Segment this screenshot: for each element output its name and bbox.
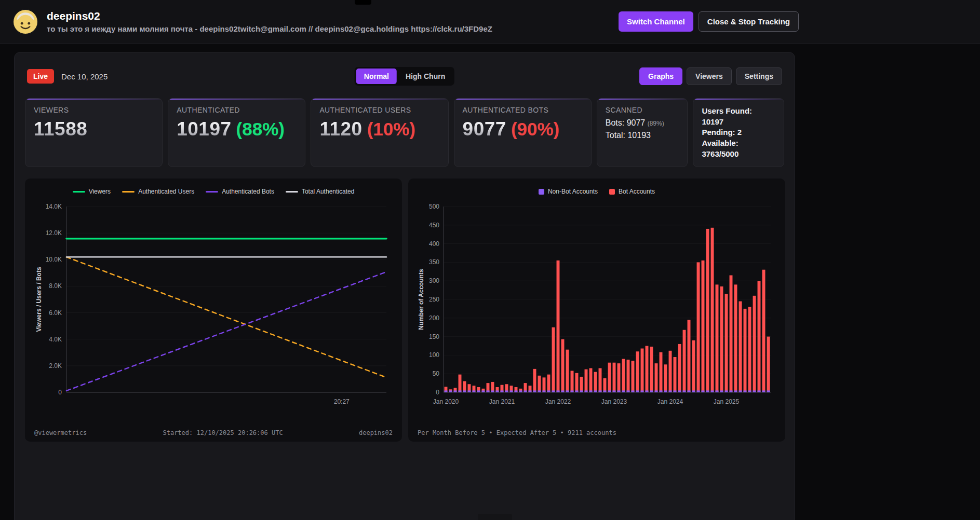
switch-channel-button[interactable]: Switch Channel bbox=[619, 11, 693, 32]
legend-swatch-icon bbox=[609, 189, 615, 195]
footer-watermark: @viewermetrics bbox=[34, 429, 87, 436]
bottom-notch bbox=[478, 514, 512, 520]
svg-text:14.0K: 14.0K bbox=[46, 203, 62, 210]
line-chart-footer: @viewermetrics Started: 12/10/2025 20:26… bbox=[33, 427, 394, 436]
svg-text:Jan 2025: Jan 2025 bbox=[714, 398, 740, 405]
channel-title: deepins02 bbox=[47, 10, 492, 22]
svg-text:Number of Accounts: Number of Accounts bbox=[418, 269, 425, 330]
svg-text:50: 50 bbox=[433, 371, 440, 378]
svg-text:300: 300 bbox=[429, 278, 439, 285]
top-notch bbox=[355, 0, 371, 5]
legend-item[interactable]: Viewers bbox=[73, 188, 111, 195]
stat-value: 9077 (90%) bbox=[463, 118, 583, 140]
live-badge: Live bbox=[27, 69, 54, 84]
legend-label: Authenticated Bots bbox=[222, 188, 274, 195]
auth-bots-count: 9077 bbox=[463, 118, 506, 140]
stat-value: 10197 (88%) bbox=[177, 118, 297, 140]
svg-text:20:27: 20:27 bbox=[334, 398, 350, 405]
bar-chart-legend: Non-Bot AccountsBot Accounts bbox=[417, 185, 777, 196]
authenticated-percent: (88%) bbox=[236, 119, 285, 140]
mode-high-churn-button[interactable]: High Churn bbox=[398, 69, 453, 84]
svg-text:10.0K: 10.0K bbox=[46, 256, 62, 264]
stat-card-authenticated-users: AUTHENTICATED USERS 1120 (10%) bbox=[311, 98, 448, 167]
tab-viewers[interactable]: Viewers bbox=[687, 67, 732, 85]
legend-swatch-icon bbox=[73, 191, 85, 193]
svg-text:500: 500 bbox=[429, 203, 439, 210]
legend-item[interactable]: Total Authenticated bbox=[286, 188, 354, 195]
stat-label: AUTHENTICATED bbox=[177, 106, 297, 114]
stat-label: SCANNED bbox=[606, 106, 679, 114]
svg-text:350: 350 bbox=[429, 259, 439, 266]
svg-text:Jan 2023: Jan 2023 bbox=[601, 398, 627, 405]
svg-text:6.0K: 6.0K bbox=[49, 309, 62, 317]
authenticated-count: 10197 bbox=[177, 118, 231, 140]
view-tabs: Graphs Viewers Settings bbox=[639, 67, 782, 85]
stat-value: 11588 bbox=[34, 118, 154, 140]
svg-text:Jan 2022: Jan 2022 bbox=[545, 398, 571, 405]
svg-text:Jan 2020: Jan 2020 bbox=[433, 398, 459, 405]
channel-subtitle: то ты это я иежду нами молния почта - de… bbox=[47, 24, 492, 33]
accounts-bar-chart: 050100150200250300350400450500Jan 2020Ja… bbox=[417, 198, 777, 412]
avatar-icon bbox=[12, 9, 38, 35]
legend-label: Total Authenticated bbox=[302, 188, 354, 195]
svg-text:8.0K: 8.0K bbox=[49, 283, 62, 290]
mode-normal-button[interactable]: Normal bbox=[356, 69, 397, 84]
svg-text:4.0K: 4.0K bbox=[49, 336, 62, 343]
svg-text:150: 150 bbox=[429, 333, 439, 340]
svg-text:250: 250 bbox=[429, 296, 439, 303]
mode-toggle: Normal High Churn bbox=[355, 67, 454, 86]
stats-row: VIEWERS 11588 AUTHENTICATED 10197 (88%) … bbox=[25, 98, 784, 167]
footer-accounts-summary: Per Month Before 5 • Expected After 5 • … bbox=[418, 429, 616, 436]
legend-swatch-icon bbox=[539, 189, 544, 195]
legend-label: Viewers bbox=[89, 188, 111, 195]
stat-card-users-found: Users Found: 10197 Pending: 2 Available:… bbox=[693, 98, 784, 167]
svg-text:0: 0 bbox=[436, 389, 439, 396]
auth-bots-percent: (90%) bbox=[511, 119, 559, 140]
pending-line: Pending: 2 bbox=[702, 127, 775, 138]
bar-chart-footer: Per Month Before 5 • Expected After 5 • … bbox=[417, 427, 777, 436]
available-value-line: 3763/5000 bbox=[702, 149, 775, 160]
legend-swatch-icon bbox=[286, 191, 298, 193]
accounts-bar-chart-panel: Non-Bot AccountsBot Accounts 05010015020… bbox=[408, 179, 785, 442]
stat-label: AUTHENTICATED USERS bbox=[319, 106, 439, 114]
tab-settings[interactable]: Settings bbox=[736, 67, 782, 85]
legend-item[interactable]: Authenticated Users bbox=[122, 188, 194, 195]
stat-card-viewers: VIEWERS 11588 bbox=[25, 98, 163, 167]
stat-value: 1120 (10%) bbox=[319, 118, 439, 140]
legend-item[interactable]: Bot Accounts bbox=[609, 188, 655, 195]
auth-users-percent: (10%) bbox=[367, 119, 415, 140]
svg-text:Jan 2021: Jan 2021 bbox=[489, 398, 515, 405]
users-found-line: Users Found: 10197 bbox=[702, 106, 775, 127]
svg-text:200: 200 bbox=[429, 314, 439, 322]
svg-text:Jan 2024: Jan 2024 bbox=[657, 398, 683, 405]
legend-label: Authenticated Users bbox=[138, 188, 194, 195]
stat-card-scanned: SCANNED Bots: 9077 (89%) Total: 10193 bbox=[597, 98, 688, 167]
svg-text:2.0K: 2.0K bbox=[49, 362, 62, 370]
footer-channel: deepins02 bbox=[359, 429, 393, 436]
main-panel: Live Dec 10, 2025 Normal High Churn Grap… bbox=[14, 52, 795, 520]
line-chart-legend: ViewersAuthenticated UsersAuthenticated … bbox=[33, 185, 394, 196]
stat-label: VIEWERS bbox=[34, 106, 154, 114]
available-label-line: Available: bbox=[702, 138, 775, 149]
scanned-bots-line: Bots: 9077 (89%) bbox=[606, 118, 679, 128]
svg-text:Viewers / Users / Bots: Viewers / Users / Bots bbox=[35, 267, 43, 333]
tab-graphs[interactable]: Graphs bbox=[639, 67, 682, 85]
stat-label: AUTHENTICATED BOTS bbox=[463, 106, 583, 114]
header-text: deepins02 то ты это я иежду нами молния … bbox=[47, 10, 492, 33]
close-stop-tracking-button[interactable]: Close & Stop Tracking bbox=[699, 11, 799, 32]
legend-item[interactable]: Authenticated Bots bbox=[206, 188, 274, 195]
scanned-total-line: Total: 10193 bbox=[606, 131, 679, 140]
viewers-count: 11588 bbox=[34, 118, 87, 140]
auth-users-count: 1120 bbox=[319, 118, 362, 140]
stat-card-authenticated: AUTHENTICATED 10197 (88%) bbox=[168, 98, 305, 167]
avatar bbox=[12, 9, 38, 35]
legend-swatch-icon bbox=[122, 191, 135, 193]
svg-text:100: 100 bbox=[429, 352, 439, 359]
stat-card-authenticated-bots: AUTHENTICATED BOTS 9077 (90%) bbox=[454, 98, 592, 167]
svg-text:400: 400 bbox=[429, 240, 439, 248]
legend-swatch-icon bbox=[206, 191, 218, 193]
legend-item[interactable]: Non-Bot Accounts bbox=[539, 188, 598, 195]
legend-label: Non-Bot Accounts bbox=[548, 188, 598, 195]
svg-text:450: 450 bbox=[429, 222, 439, 229]
svg-text:12.0K: 12.0K bbox=[46, 230, 62, 237]
